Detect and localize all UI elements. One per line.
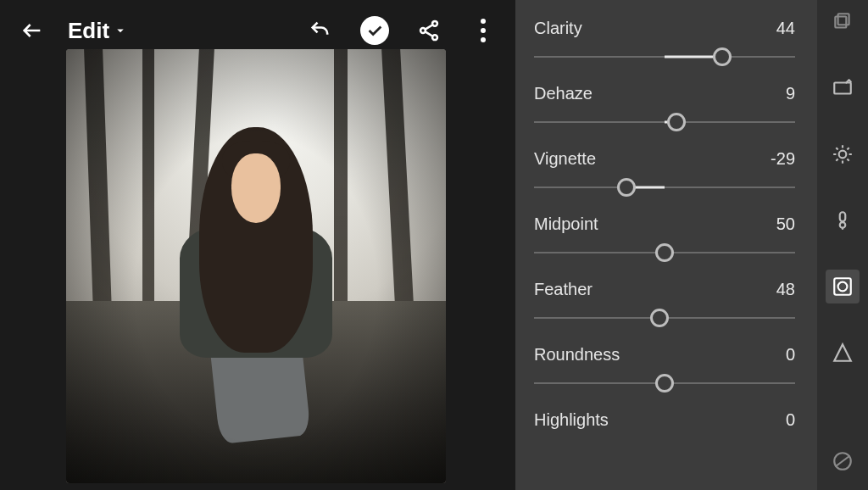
tool-effects[interactable] [826,270,860,303]
slider-label: Dehaze [534,84,593,103]
svg-point-8 [840,222,846,228]
undo-button[interactable] [302,12,339,49]
stack-icon [832,11,854,33]
svg-rect-3 [838,14,849,25]
topbar: Edit [0,0,515,61]
detail-icon [832,342,854,364]
slider-value: 0 [786,345,795,365]
topbar-actions [302,12,502,49]
slider-clarity: Clarity 44 [534,19,795,69]
undo-icon [309,19,332,42]
photo-scene [66,49,446,483]
svg-point-1 [420,28,426,33]
slider-value: -29 [771,149,795,169]
slider-label: Vignette [534,149,596,169]
tool-color[interactable] [826,203,860,237]
optics-icon [832,450,854,472]
color-icon [832,209,854,231]
check-icon [365,21,384,40]
slider-track-vignette[interactable] [534,175,795,199]
svg-point-10 [838,282,848,292]
svg-rect-5 [834,83,851,94]
tool-stack[interactable] [826,5,860,39]
slider-track-feather[interactable] [534,306,795,330]
tool-auto[interactable] [826,71,860,105]
slider-label: Midpoint [534,214,598,234]
slider-vignette: Vignette -29 [534,149,795,199]
slider-label: Highlights [534,410,609,430]
slider-value: 44 [776,19,795,38]
tool-detail[interactable] [826,336,860,370]
svg-point-0 [432,21,437,26]
svg-point-6 [839,151,847,159]
more-icon [476,14,491,47]
share-button[interactable] [410,12,448,49]
slider-feather: Feather 48 [534,280,795,330]
tool-light[interactable] [826,137,860,171]
slider-track-clarity[interactable] [534,45,795,69]
slider-midpoint: Midpoint 50 [534,214,795,264]
slider-track-dehaze[interactable] [534,110,795,134]
slider-highlights: Highlights 0 [534,410,795,430]
canvas-pane: Edit [0,0,515,490]
slider-label: Roundness [534,345,620,365]
slider-value: 50 [776,214,795,234]
slider-value: 0 [786,410,795,430]
share-icon [417,19,441,42]
auto-icon [832,77,854,99]
svg-point-2 [432,35,437,40]
slider-track-roundness[interactable] [534,371,795,395]
more-button[interactable] [465,12,502,49]
slider-value: 9 [786,84,795,103]
slider-label: Feather [534,280,593,299]
light-icon [832,143,854,165]
slider-pane: Clarity 44 Dehaze 9 Vignette [515,0,817,490]
app-root: Edit [0,0,868,490]
arrow-left-icon [20,19,44,42]
svg-rect-9 [834,278,851,295]
tool-rail [817,0,868,490]
slider-label: Clarity [534,19,582,38]
chevron-down-icon [113,23,128,38]
slider-dehaze: Dehaze 9 [534,84,795,134]
slider-value: 48 [776,280,795,299]
confirm-chip [360,16,389,45]
edit-menu[interactable]: Edit [68,18,128,44]
slider-track-midpoint[interactable] [534,241,795,264]
effects-icon [832,276,854,298]
edit-label: Edit [68,18,109,44]
tool-optics[interactable] [826,444,860,478]
confirm-button[interactable] [356,12,393,49]
svg-rect-4 [835,17,846,28]
svg-rect-7 [840,212,846,221]
back-button[interactable] [14,12,51,49]
slider-roundness: Roundness 0 [534,345,795,395]
photo-preview[interactable] [66,49,446,483]
